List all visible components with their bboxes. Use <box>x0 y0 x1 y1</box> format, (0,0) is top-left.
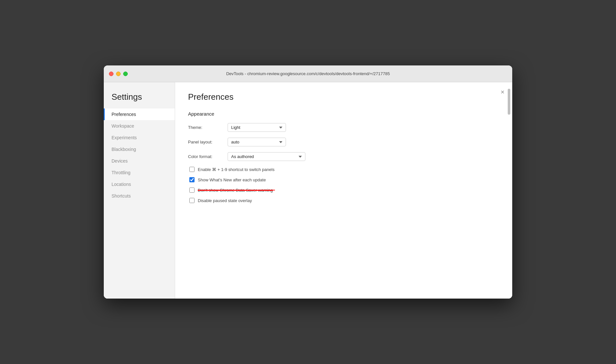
show-whats-new-label: Show What's New after each update <box>198 177 266 182</box>
show-whats-new-row: Show What's New after each update <box>188 177 499 182</box>
sidebar-item-throttling[interactable]: Throttling <box>104 167 175 178</box>
maximize-traffic-light[interactable] <box>123 72 128 76</box>
close-traffic-light[interactable] <box>109 72 113 76</box>
chrome-data-saver-wrapper: Don't show Chrome Data Saver warning <box>189 188 273 193</box>
window-title: DevTools - chromium-review.googlesource.… <box>226 71 390 76</box>
shortcut-switch-panels-checkbox[interactable] <box>189 167 195 172</box>
color-format-select[interactable]: As authored HEX RGB HSL <box>228 152 305 161</box>
traffic-lights <box>109 72 128 76</box>
main-content: × Preferences Appearance Theme: Light Da… <box>175 82 512 299</box>
sidebar-nav: Preferences Workspace Experiments Blackb… <box>104 108 175 202</box>
sidebar-item-locations[interactable]: Locations <box>104 178 175 190</box>
chrome-data-saver-checkbox[interactable] <box>189 188 195 193</box>
shortcut-switch-panels-row: Enable ⌘ + 1-9 shortcut to switch panels <box>188 167 499 172</box>
sidebar-item-devices[interactable]: Devices <box>104 155 175 167</box>
theme-row: Theme: Light Dark System preference <box>188 123 499 132</box>
sidebar-item-experiments[interactable]: Experiments <box>104 132 175 143</box>
color-format-row: Color format: As authored HEX RGB HSL <box>188 152 499 161</box>
close-button[interactable]: × <box>501 89 504 95</box>
sidebar-item-blackboxing[interactable]: Blackboxing <box>104 143 175 155</box>
sidebar-heading: Settings <box>104 92 175 108</box>
scrollbar-track[interactable] <box>508 89 510 292</box>
chrome-data-saver-row: Don't show Chrome Data Saver warning <box>188 188 499 193</box>
theme-select[interactable]: Light Dark System preference <box>228 123 286 132</box>
title-bar: DevTools - chromium-review.googlesource.… <box>104 65 512 82</box>
color-format-label: Color format: <box>188 154 224 159</box>
panel-layout-row: Panel layout: auto horizontal vertical <box>188 138 499 146</box>
shortcut-switch-panels-label: Enable ⌘ + 1-9 shortcut to switch panels <box>198 167 275 172</box>
disable-paused-overlay-label: Disable paused state overlay <box>198 198 252 203</box>
panel-layout-label: Panel layout: <box>188 140 224 144</box>
mac-window: DevTools - chromium-review.googlesource.… <box>104 65 512 299</box>
theme-label: Theme: <box>188 125 224 130</box>
minimize-traffic-light[interactable] <box>116 72 121 76</box>
show-whats-new-checkbox[interactable] <box>189 177 195 182</box>
chrome-data-saver-label: Don't show Chrome Data Saver warning <box>198 188 273 193</box>
appearance-section-title: Appearance <box>188 111 499 117</box>
appearance-section: Appearance Theme: Light Dark System pref… <box>188 111 499 203</box>
page-title: Preferences <box>188 92 499 102</box>
sidebar-item-preferences[interactable]: Preferences <box>104 108 175 120</box>
disable-paused-overlay-row: Disable paused state overlay <box>188 198 499 203</box>
sidebar-item-shortcuts[interactable]: Shortcuts <box>104 190 175 202</box>
scrollbar-thumb[interactable] <box>508 89 510 115</box>
sidebar: Settings Preferences Workspace Experimen… <box>104 82 175 299</box>
window-content: Settings Preferences Workspace Experimen… <box>104 82 512 299</box>
sidebar-item-workspace[interactable]: Workspace <box>104 120 175 132</box>
panel-layout-select[interactable]: auto horizontal vertical <box>228 138 286 146</box>
disable-paused-overlay-checkbox[interactable] <box>189 198 195 203</box>
